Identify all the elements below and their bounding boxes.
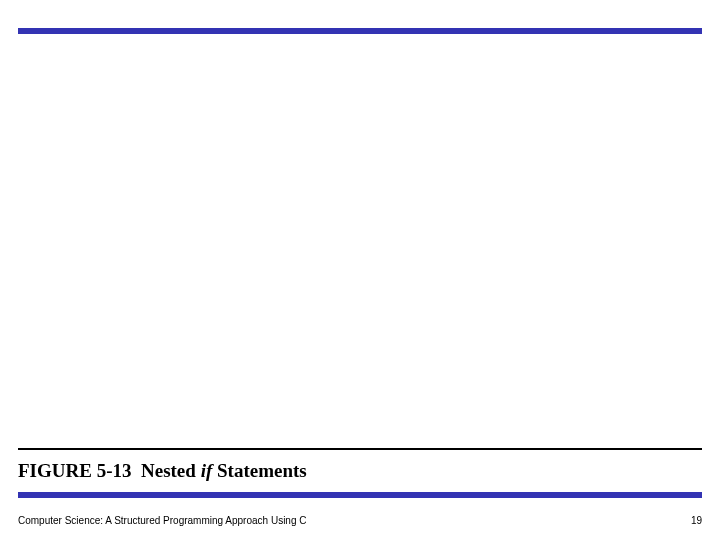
top-horizontal-rule [18, 28, 702, 34]
caption-spacer [131, 460, 141, 481]
thin-divider [18, 448, 702, 450]
bottom-horizontal-rule [18, 492, 702, 498]
caption-title-prefix: Nested [141, 460, 201, 481]
footer: Computer Science: A Structured Programmi… [18, 515, 702, 526]
slide: FIGURE 5-13 Nested if Statements Compute… [0, 0, 720, 540]
figure-label: FIGURE 5-13 [18, 460, 131, 481]
caption-block: FIGURE 5-13 Nested if Statements [18, 448, 702, 498]
caption-title-italic: if [201, 460, 213, 481]
footer-page-number: 19 [691, 515, 702, 526]
figure-caption: FIGURE 5-13 Nested if Statements [18, 456, 702, 490]
footer-book-title: Computer Science: A Structured Programmi… [18, 515, 306, 526]
caption-title-suffix: Statements [212, 460, 306, 481]
